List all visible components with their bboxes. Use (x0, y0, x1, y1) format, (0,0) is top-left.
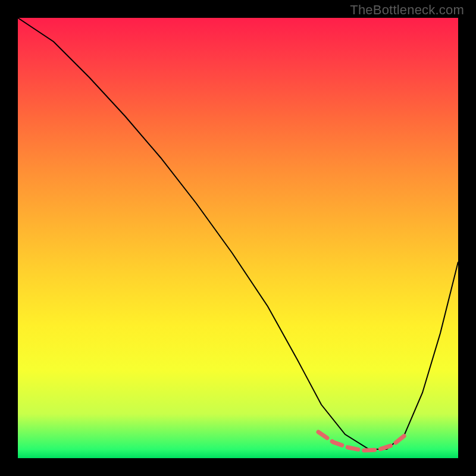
plot-area (18, 18, 458, 458)
chart-svg (18, 18, 458, 458)
bottleneck-curve (18, 18, 458, 449)
chart-frame: TheBottleneck.com (0, 0, 476, 476)
optimal-band (318, 432, 405, 450)
watermark-text: TheBottleneck.com (350, 2, 464, 18)
